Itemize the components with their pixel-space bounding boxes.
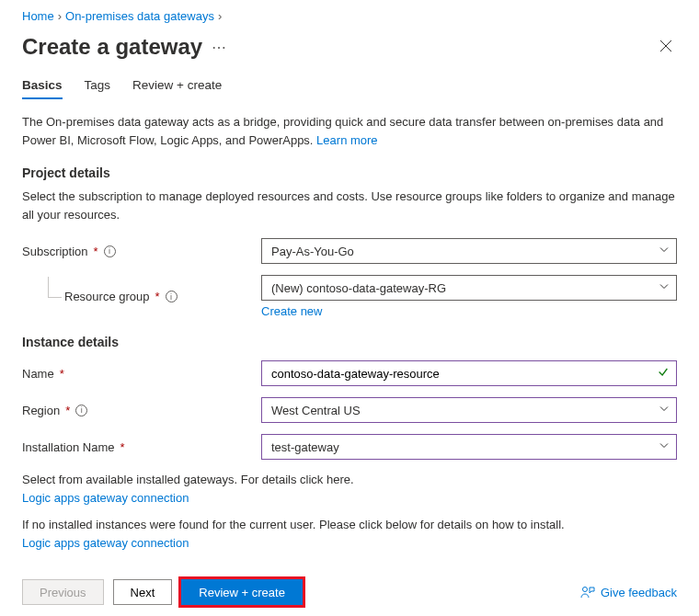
tab-tags[interactable]: Tags	[85, 73, 111, 99]
help-text-2: If no installed instances were found for…	[22, 516, 677, 534]
give-feedback-label: Give feedback	[601, 586, 677, 599]
project-details-heading: Project details	[22, 165, 677, 180]
project-details-desc: Select the subscription to manage deploy…	[22, 188, 677, 223]
create-new-link[interactable]: Create new	[261, 304, 322, 318]
subscription-select[interactable]: Pay-As-You-Go	[261, 238, 677, 264]
previous-button: Previous	[22, 579, 104, 605]
required-icon: *	[155, 290, 160, 303]
installation-name-row: Installation Name * test-gateway	[22, 434, 677, 460]
installation-name-select[interactable]: test-gateway	[261, 434, 677, 460]
close-button[interactable]	[655, 35, 677, 60]
installation-name-label: Installation Name	[22, 440, 114, 454]
resource-group-value: (New) contoso-data-gateway-RG	[271, 281, 446, 295]
feedback-icon	[580, 585, 595, 599]
check-icon	[657, 366, 670, 382]
info-icon[interactable]: i	[75, 405, 87, 416]
close-icon	[659, 39, 673, 53]
name-input-wrap	[261, 360, 677, 386]
region-row: Region * i West Central US	[22, 397, 677, 423]
region-value: West Central US	[271, 404, 361, 417]
tabs: Basics Tags Review + create	[22, 73, 677, 100]
give-feedback-link[interactable]: Give feedback	[580, 585, 677, 599]
subscription-value: Pay-As-You-Go	[271, 245, 354, 258]
breadcrumb-sep: ›	[58, 9, 62, 23]
name-label: Name	[22, 367, 54, 381]
info-icon[interactable]: i	[166, 291, 178, 302]
region-select[interactable]: West Central US	[261, 397, 677, 423]
required-icon: *	[60, 367, 64, 381]
resource-group-row: Resource group * i (New) contoso-data-ga…	[22, 275, 677, 318]
help-block-1: Select from available installed gateways…	[22, 471, 677, 507]
svg-point-2	[582, 587, 587, 592]
tab-basics[interactable]: Basics	[22, 73, 63, 99]
required-icon: *	[65, 404, 70, 417]
instance-details-heading: Instance details	[22, 335, 677, 349]
name-input[interactable]	[261, 360, 677, 386]
name-row: Name *	[22, 360, 677, 386]
help-block-2: If no installed instances were found for…	[22, 516, 677, 552]
breadcrumb-gateways[interactable]: On-premises data gateways	[65, 9, 214, 23]
resource-group-select[interactable]: (New) contoso-data-gateway-RG	[261, 275, 677, 301]
review-create-button[interactable]: Review + create	[181, 579, 303, 605]
region-label: Region	[22, 404, 60, 417]
breadcrumb: Home › On-premises data gateways ›	[22, 9, 677, 23]
logic-apps-link-2[interactable]: Logic apps gateway connection	[22, 536, 189, 550]
resource-group-label: Resource group	[64, 290, 150, 303]
footer: Previous Next Review + create Give feedb…	[0, 568, 699, 616]
subscription-row: Subscription * i Pay-As-You-Go	[22, 238, 677, 264]
required-icon: *	[120, 440, 124, 454]
logic-apps-link-1[interactable]: Logic apps gateway connection	[22, 491, 189, 505]
description: The On-premises data gateway acts as a b…	[22, 113, 677, 149]
info-icon[interactable]: i	[104, 245, 116, 257]
title-row: Create a gateway ⋯	[22, 34, 677, 60]
installation-name-value: test-gateway	[271, 440, 339, 454]
breadcrumb-sep: ›	[218, 9, 222, 23]
help-text-1: Select from available installed gateways…	[22, 471, 677, 489]
next-button[interactable]: Next	[113, 579, 173, 605]
subscription-label: Subscription	[22, 245, 88, 258]
required-icon: *	[94, 245, 98, 258]
page-title: Create a gateway	[22, 34, 202, 60]
breadcrumb-home[interactable]: Home	[22, 9, 54, 23]
tab-review[interactable]: Review + create	[132, 73, 222, 99]
learn-more-link[interactable]: Learn more	[316, 133, 377, 147]
more-actions-icon[interactable]: ⋯	[212, 39, 226, 56]
